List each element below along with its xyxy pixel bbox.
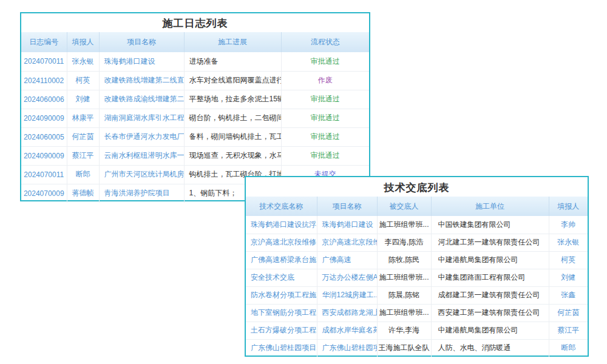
disclosure-unit-text: 中国铁建集团有限公司 — [431, 216, 549, 234]
disclosure-unit-text: 西安建工第一建筑有限责任公司 — [431, 304, 549, 322]
disclosure-unit-text: 成都建工第一建筑有限责任公司 — [431, 286, 549, 304]
log-status-badge: 审批通过 — [281, 52, 369, 71]
log-id-link[interactable]: 2024110002 — [21, 71, 67, 90]
disclosure-name-link[interactable]: 京沪高速北京段维修... — [246, 234, 317, 251]
log-project-link[interactable]: 湖南洞庭湖水库引水工程... — [99, 109, 184, 127]
disclosure-name-link[interactable]: 安全技术交底 — [246, 269, 317, 286]
disclosure-receiver-text: 陈牧,陈民 — [377, 251, 431, 269]
disclosure-reporter-link[interactable]: 刘健 — [549, 269, 588, 286]
log-col-header-project: 项目名称 — [99, 32, 184, 52]
disclosure-receiver-text: 施工班组带班... — [377, 216, 431, 234]
disclosure-unit-text: 人防、水电、消防暖通 — [431, 339, 549, 357]
disclosure-name-link[interactable]: 珠海鹤港口建设抗浮... — [246, 216, 317, 234]
log-reporter-link[interactable]: 刘健 — [67, 90, 99, 109]
log-project-link[interactable]: 改建铁路线增建第二线直... — [99, 71, 184, 90]
log-progress-text: 现场巡查，无积水现象，水马... — [184, 146, 281, 165]
disclosure-reporter-link[interactable]: 柯英 — [549, 251, 588, 269]
log-status-badge: 审批通过 — [281, 109, 369, 127]
disclosure-project-link[interactable]: 华润12城房建工... — [317, 286, 377, 304]
log-project-link[interactable]: 广州市天河区统计局机房... — [99, 165, 184, 184]
log-id-link[interactable]: 2024070011 — [21, 165, 67, 184]
log-id-link[interactable]: 2024070009 — [21, 184, 67, 203]
log-reporter-link[interactable]: 蒋德帧 — [67, 184, 99, 203]
disclosure-reporter-link[interactable]: 断郎 — [549, 339, 588, 357]
disclosure-table-row: 防水卷材分项工程施... 华润12城房建工... 陈晨,陈铭 成都建工第一建筑有… — [246, 286, 588, 304]
disclosure-unit-text: 中建港航局集团有限公司 — [431, 322, 549, 339]
log-col-header-reporter: 填报人 — [67, 32, 99, 52]
log-project-link[interactable]: 珠海鹤港口建设 — [99, 52, 184, 71]
log-table-row: 2024090009 林康平 湖南洞庭湖水库引水工程... 砌台阶，钩机排土，二… — [21, 109, 369, 127]
disclosure-table-row: 珠海鹤港口建设抗浮... 珠海鹤港口建设 施工班组带班... 中国铁建集团有限公… — [246, 216, 588, 234]
log-progress-text: 进场准备 — [184, 52, 281, 71]
disclosure-name-link[interactable]: 土石方爆破分项工程... — [246, 322, 317, 339]
disclosure-name-link[interactable]: 广佛高速桥梁承台施... — [246, 251, 317, 269]
disclosure-reporter-link[interactable]: 何芷茵 — [549, 304, 588, 322]
disclosure-unit-text: 中建集团路面工程有限公司 — [431, 269, 549, 286]
log-reporter-link[interactable]: 断郎 — [67, 165, 99, 184]
disclosure-name-link[interactable]: 广东佛山碧桂园项目... — [246, 339, 317, 357]
log-col-header-progress: 施工进展 — [184, 32, 281, 52]
log-project-link[interactable]: 云南水利枢纽潜明水库一... — [99, 146, 184, 165]
disclosure-table-row: 地下室钢筋分项工程... 西安成都路龙湖上... 施工班组带班... 西安建工第… — [246, 304, 588, 322]
log-status-badge: 审批通过 — [281, 90, 369, 109]
log-progress-text: 备料，砌间墙钩机排土，瓦工... — [184, 127, 281, 146]
log-col-header-id: 日志编号 — [21, 32, 67, 52]
disclosure-project-link[interactable]: 京沪高速北京段维修 — [317, 234, 377, 251]
disclosure-reporter-link[interactable]: 李帅 — [549, 216, 588, 234]
disclosure-unit-text: 河北建工第一建筑有限责任公司 — [431, 234, 549, 251]
disclosure-project-link[interactable]: 珠海鹤港口建设 — [317, 216, 377, 234]
disclosure-header-row: 技术交底名称 项目名称 被交底人 施工单位 填报人 — [246, 197, 588, 216]
log-id-link[interactable]: 2024060005 — [21, 127, 67, 146]
log-id-link[interactable]: 2024060006 — [21, 90, 67, 109]
disclosure-receiver-text: 许华,李海 — [377, 322, 431, 339]
technical-disclosure-table: 技术交底名称 项目名称 被交底人 施工单位 填报人 珠海鹤港口建设抗浮... 珠… — [246, 197, 588, 357]
disclosure-table-row: 京沪高速北京段维修... 京沪高速北京段维修 李四海,陈浩 河北建工第一建筑有限… — [246, 234, 588, 251]
log-reporter-link[interactable]: 柯英 — [67, 71, 99, 90]
disclosure-col-header-receiver: 被交底人 — [377, 197, 431, 216]
disclosure-reporter-link[interactable]: 蔡江平 — [549, 322, 588, 339]
log-project-link[interactable]: 改建铁路成渝线增建第二... — [99, 90, 184, 109]
disclosure-col-header-unit: 施工单位 — [431, 197, 549, 216]
disclosure-project-link[interactable]: 广佛高速 — [317, 251, 377, 269]
disclosure-table-row: 广东佛山碧桂园项目... 广东佛山碧桂园项目 王海施工队全队 人防、水电、消防暖… — [246, 339, 588, 357]
disclosure-receiver-text: 施工班组带班... — [377, 269, 431, 286]
log-reporter-link[interactable]: 林康平 — [67, 109, 99, 127]
disclosure-project-link[interactable]: 万达办公楼左侧A... — [317, 269, 377, 286]
construction-log-panel: 施工日志列表 日志编号 填报人 项目名称 施工进展 流程状态 202407001… — [20, 12, 370, 201]
log-table-row: 2024110002 柯英 改建铁路线增建第二线直... 水车对全线遮阳网覆盖点… — [21, 71, 369, 90]
log-table-row: 2024070011 张永银 珠海鹤港口建设 进场准备 审批通过 — [21, 52, 369, 71]
log-status-badge: 审批通过 — [281, 127, 369, 146]
log-project-link[interactable]: 青海洪湖养护院项目 — [99, 184, 184, 203]
disclosure-col-header-name: 技术交底名称 — [246, 197, 317, 216]
log-table-row: 2024060006 刘健 改建铁路成渝线增建第二... 平整场地，拉走多余泥土… — [21, 90, 369, 109]
disclosure-col-header-reporter: 填报人 — [549, 197, 588, 216]
disclosure-name-link[interactable]: 防水卷材分项工程施... — [246, 286, 317, 304]
log-progress-text: 平整场地，拉走多余泥土15辆... — [184, 90, 281, 109]
disclosure-receiver-text: 李四海,陈浩 — [377, 234, 431, 251]
log-progress-text: 水车对全线遮阳网覆盖点进行... — [184, 71, 281, 90]
disclosure-receiver-text: 王海施工队全队 — [377, 339, 431, 357]
technical-disclosure-panel: 技术交底列表 技术交底名称 项目名称 被交底人 施工单位 填报人 珠海鹤港口建设… — [245, 176, 589, 357]
disclosure-unit-text: 中建港航局集团有限公司 — [431, 251, 549, 269]
log-reporter-link[interactable]: 张永银 — [67, 52, 99, 71]
disclosure-col-header-project: 项目名称 — [317, 197, 377, 216]
disclosure-table-row: 安全技术交底 万达办公楼左侧A... 施工班组带班... 中建集团路面工程有限公… — [246, 269, 588, 286]
disclosure-reporter-link[interactable]: 张鑫 — [549, 286, 588, 304]
log-reporter-link[interactable]: 何芷茵 — [67, 127, 99, 146]
technical-disclosure-title: 技术交底列表 — [246, 177, 588, 197]
disclosure-project-link[interactable]: 成都水岸华庭名苑... — [317, 322, 377, 339]
log-reporter-link[interactable]: 蔡江平 — [67, 146, 99, 165]
log-id-link[interactable]: 2024090009 — [21, 146, 67, 165]
log-header-row: 日志编号 填报人 项目名称 施工进展 流程状态 — [21, 32, 369, 52]
log-id-link[interactable]: 2024070011 — [21, 52, 67, 71]
log-id-link[interactable]: 2024090009 — [21, 109, 67, 127]
disclosure-reporter-link[interactable]: 张永银 — [549, 234, 588, 251]
disclosure-table-row: 土石方爆破分项工程... 成都水岸华庭名苑... 许华,李海 中建港航局集团有限… — [246, 322, 588, 339]
log-status-badge: 审批通过 — [281, 146, 369, 165]
log-project-link[interactable]: 长春市伊通河水力发电厂... — [99, 127, 184, 146]
disclosure-project-link[interactable]: 西安成都路龙湖上... — [317, 304, 377, 322]
construction-log-title: 施工日志列表 — [21, 13, 369, 32]
log-col-header-status: 流程状态 — [281, 32, 369, 52]
disclosure-project-link[interactable]: 广东佛山碧桂园项目 — [317, 339, 377, 357]
disclosure-name-link[interactable]: 地下室钢筋分项工程... — [246, 304, 317, 322]
